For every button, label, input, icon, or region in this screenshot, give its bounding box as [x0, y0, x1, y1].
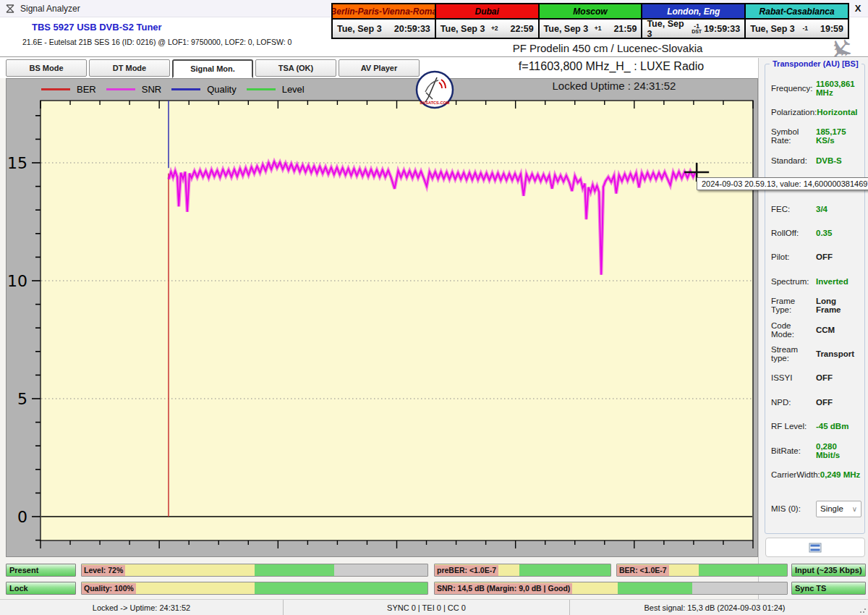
legend-label: BER [77, 84, 96, 95]
stream-list-icon [809, 543, 822, 553]
transponder-row: ISSYIOFF [765, 366, 864, 390]
row-label: Frame Type: [771, 297, 816, 314]
clock-time: Tue, Sep 3-119:59 [744, 18, 849, 39]
mis-row: MIS (0): Single∨ [765, 497, 864, 521]
frequency-service-line: f=11603,800 MHz_H_ : LUXE Radio [409, 60, 814, 73]
transponder-row: NPD:OFF [765, 390, 864, 414]
ts-record-button[interactable] [765, 538, 865, 557]
clock-time: Tue, Sep 3+121:59 [538, 18, 643, 39]
row-label: Stream type: [771, 345, 816, 362]
logo-text: DXSATCS.COM [420, 101, 450, 105]
row-value: 0.35 [816, 229, 832, 237]
transponder-row: Spectrum:Inverted [765, 269, 864, 293]
row-label: CarrierWidth: [771, 470, 820, 479]
preber-bar: preBER: <1.0E-7 [434, 564, 611, 577]
snr-bar: SNR: 14,5 dB (Margin: 9,0 dB | Good) [434, 582, 788, 595]
ber-bar: BER: <1.0E-7 [616, 564, 788, 577]
row-value: Long Frame [816, 297, 861, 314]
transponder-row: FEC:3/4 [765, 197, 864, 221]
legend-label: SNR [142, 84, 161, 95]
legend-line-icon [106, 88, 135, 90]
tuner-info: 21.6E - Eutelsat 21B SES 16 (ID: 0216) @… [22, 38, 292, 46]
chart-legend: BERSNRQualityLevel [41, 84, 305, 95]
signal-chart[interactable]: 051015 [41, 101, 753, 540]
clock-city: Rabat-Casablanca [744, 3, 849, 20]
row-value: 185,175 KS/s [816, 127, 861, 145]
present-indicator: Present [6, 564, 76, 577]
row-value: Transport [816, 349, 854, 358]
mode-button-signal-mon[interactable]: Signal Mon. [172, 59, 253, 78]
transponder-row: RollOff:0.35 [765, 221, 864, 245]
mode-button-bs-mode[interactable]: BS Mode [6, 59, 87, 77]
transponder-row: CarrierWidth:0,249 MHz [765, 462, 864, 486]
transponder-row: Standard:DVB-S [765, 148, 864, 172]
svg-text:10: 10 [7, 272, 27, 290]
legend-line-icon [171, 88, 200, 90]
clock-city: Berlin-Paris-Vienna-Roma [331, 3, 436, 20]
transponder-row: Symbol Rate:185,175 KS/s [765, 124, 864, 148]
row-value: 3/4 [816, 205, 827, 213]
mode-button-tsa-ok[interactable]: TSA (OK) [255, 59, 336, 77]
chevron-down-icon: ∨ [852, 505, 857, 513]
legend-item-level: Level [247, 84, 305, 95]
transponder-row: Stream type:Transport [765, 342, 864, 365]
transponder-row: Frequency:11603,861 MHz [765, 76, 864, 100]
dxsatcs-logo: DXSATCS.COM [415, 70, 454, 109]
row-label: Code Mode: [771, 321, 816, 339]
clock-city: Dubai [435, 3, 540, 20]
transponder-row: BitRate:0,280 Mbit/s [765, 438, 864, 462]
row-label: Symbol Rate: [771, 127, 816, 145]
legend-label: Quality [207, 84, 236, 95]
row-value: 0,249 MHz [820, 470, 861, 479]
svg-text:5: 5 [17, 390, 27, 408]
mode-button-av-player[interactable]: AV Player [339, 59, 420, 77]
transponder-row: RF Level:-45 dBm [765, 414, 864, 438]
row-label: ISSYI [771, 373, 816, 382]
legend-label: Level [282, 84, 305, 95]
transponder-rows: Frequency:11603,861 MHzPolarization:Hori… [765, 76, 864, 521]
transponder-row: Pilot:OFF [765, 245, 864, 269]
row-value: CCM [816, 326, 835, 334]
row-label: BitRate: [771, 446, 816, 455]
mis-dropdown[interactable]: Single∨ [816, 501, 861, 517]
quality-bar: Quality: 100% [81, 582, 428, 595]
resize-grip-icon[interactable] [859, 606, 867, 614]
lock-indicator: Lock [6, 582, 76, 595]
clocks-close-icon[interactable]: X [852, 3, 864, 14]
row-label: NPD: [771, 398, 816, 407]
mode-buttons: BS ModeDT ModeSignal Mon.TSA (OK)AV Play… [6, 59, 420, 78]
app-icon [5, 4, 15, 14]
clock-time: Tue, Sep 3+222:59 [435, 18, 540, 39]
input-indicator: Input (~235 Kbps) [791, 564, 866, 577]
chart-tooltip: 2024-09-03 20.59.13, value: 14,600000381… [697, 177, 868, 190]
legend-line-icon [41, 88, 70, 90]
transponder-title: Transponder (AU) [BS] [770, 59, 861, 68]
row-label: Polarization: [771, 108, 817, 116]
row-label: Pilot: [771, 253, 816, 261]
chart-panel: BERSNRQualityLevel Locked Uptime : 24:31… [6, 78, 758, 557]
row-label: Frequency: [771, 84, 816, 93]
row-value: Horizontal [817, 108, 857, 116]
row-value: DVB-S [816, 156, 842, 165]
transponder-row: Code Mode:CCM [765, 318, 864, 342]
transponder-row: Polarization:Horizontal [765, 100, 864, 124]
mis-value: Single [820, 504, 843, 513]
mode-button-dt-mode[interactable]: DT Mode [89, 59, 170, 77]
transponder-fieldset: Transponder (AU) [BS] Frequency:11603,86… [765, 64, 865, 534]
dish-location-line: PF Prodelin 450 cm / Lucenec-Slovakia [405, 42, 810, 54]
row-label: Spectrum: [771, 277, 816, 286]
mis-label: MIS (0): [771, 504, 816, 513]
clock-time: Tue, Sep 3-1DST19:59:33 [641, 18, 746, 39]
row-value: OFF [816, 253, 833, 261]
row-label: FEC: [771, 205, 816, 213]
row-value: 0,280 Mbit/s [816, 442, 861, 459]
locked-uptime-line: Locked Uptime : 24:31:52 [469, 80, 759, 92]
tuner-name: TBS 5927 USB DVB-S2 Tuner [32, 22, 162, 33]
syncts-indicator: Sync TS [791, 582, 866, 595]
world-clocks: Berlin-Paris-Vienna-RomaDubaiMoscowLondo… [331, 3, 849, 39]
row-label: RF Level: [771, 422, 816, 430]
row-value: -45 dBm [816, 422, 848, 430]
row-value: OFF [816, 398, 833, 407]
clock-city: London, Eng [641, 3, 746, 20]
row-value: 11603,861 MHz [816, 80, 861, 97]
